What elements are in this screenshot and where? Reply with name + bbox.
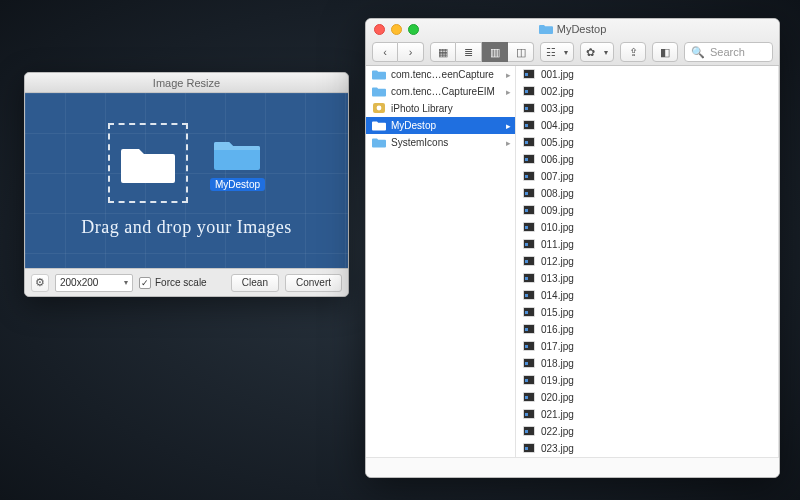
dragged-folder[interactable]: MyDestop (210, 136, 265, 191)
image-resize-toolbar: ⚙ 200x200 ▾ ✓ Force scale Clean Convert (25, 268, 348, 296)
file-row[interactable]: 013.jpg (516, 270, 778, 287)
image-file-icon (522, 357, 536, 371)
tag-icon: ◧ (660, 46, 670, 59)
finder-window: MyDestop ‹ › ▦ ≣ ▥ ◫ ☷ ▾ ✿ ▾ ⇪ (365, 18, 780, 478)
file-name: 009.jpg (541, 205, 574, 216)
column1-item[interactable]: SystemIcons▸ (366, 134, 515, 151)
file-row[interactable]: 016.jpg (516, 321, 778, 338)
convert-button-label: Convert (296, 277, 331, 288)
coverflow-icon: ◫ (516, 46, 526, 59)
file-row[interactable]: 018.jpg (516, 355, 778, 372)
svg-rect-70 (525, 447, 528, 450)
back-button[interactable]: ‹ (372, 42, 398, 62)
file-row[interactable]: 014.jpg (516, 287, 778, 304)
dropzone-caption: Drag and drop your Images (81, 217, 291, 238)
file-row[interactable]: 008.jpg (516, 185, 778, 202)
column1-item[interactable]: MyDestop▸ (366, 117, 515, 134)
file-name: 013.jpg (541, 273, 574, 284)
settings-button[interactable]: ⚙ (31, 274, 49, 292)
column1-item[interactable]: com.tenc…eenCapture▸ (366, 66, 515, 83)
size-select[interactable]: 200x200 ▾ (55, 274, 133, 292)
file-name: 007.jpg (541, 171, 574, 182)
image-resize-title: Image Resize (153, 77, 220, 89)
share-icon: ⇪ (629, 46, 638, 59)
image-resize-window: Image Resize MyDestop Dr (24, 72, 349, 297)
chevron-right-icon: ▸ (506, 70, 511, 80)
file-row[interactable]: 019.jpg (516, 372, 778, 389)
forward-button[interactable]: › (398, 42, 424, 62)
column1-item[interactable]: com.tenc…CaptureEIM▸ (366, 83, 515, 100)
finder-titlebar[interactable]: MyDestop (366, 19, 779, 39)
dropzone[interactable]: MyDestop Drag and drop your Images (25, 93, 348, 268)
column1-item[interactable]: iPhoto Library (366, 100, 515, 117)
file-row[interactable]: 004.jpg (516, 117, 778, 134)
action-menu[interactable]: ✿ ▾ (580, 42, 614, 62)
file-name: 014.jpg (541, 290, 574, 301)
view-columns-button[interactable]: ▥ (482, 42, 508, 62)
svg-rect-16 (525, 141, 528, 144)
force-scale-checkbox[interactable]: ✓ Force scale (139, 277, 207, 289)
file-row[interactable]: 003.jpg (516, 100, 778, 117)
svg-rect-46 (525, 311, 528, 314)
file-row[interactable]: 021.jpg (516, 406, 778, 423)
image-file-icon (522, 187, 536, 201)
view-mode-segment: ▦ ≣ ▥ ◫ (430, 42, 534, 62)
file-name: 023.jpg (541, 443, 574, 454)
image-file-icon (522, 68, 536, 82)
chevron-right-icon: ▸ (506, 121, 511, 131)
file-row[interactable]: 007.jpg (516, 168, 778, 185)
zoom-button[interactable] (408, 24, 419, 35)
svg-rect-4 (525, 73, 528, 76)
image-file-icon (522, 255, 536, 269)
file-row[interactable]: 017.jpg (516, 338, 778, 355)
svg-rect-61 (525, 396, 528, 399)
file-row[interactable]: 023.jpg (516, 440, 778, 457)
share-button[interactable]: ⇪ (620, 42, 646, 62)
file-row[interactable]: 011.jpg (516, 236, 778, 253)
convert-button[interactable]: Convert (285, 274, 342, 292)
arrange-menu[interactable]: ☷ ▾ (540, 42, 574, 62)
folder-icon (214, 162, 260, 174)
close-button[interactable] (374, 24, 385, 35)
view-list-button[interactable]: ≣ (456, 42, 482, 62)
clean-button[interactable]: Clean (231, 274, 279, 292)
svg-rect-40 (525, 277, 528, 280)
view-icons-button[interactable]: ▦ (430, 42, 456, 62)
svg-rect-43 (525, 294, 528, 297)
minimize-button[interactable] (391, 24, 402, 35)
folder-icon (539, 23, 553, 36)
file-row[interactable]: 022.jpg (516, 423, 778, 440)
image-file-icon (522, 408, 536, 422)
chevron-down-icon: ▾ (564, 48, 568, 57)
view-coverflow-button[interactable]: ◫ (508, 42, 534, 62)
file-name: 012.jpg (541, 256, 574, 267)
file-row[interactable]: 020.jpg (516, 389, 778, 406)
chevron-right-icon: ▸ (506, 138, 511, 148)
column-1[interactable]: com.tenc…eenCapture▸com.tenc…CaptureEIM▸… (366, 66, 516, 457)
image-file-icon (522, 442, 536, 456)
search-field[interactable]: 🔍 Search (684, 42, 773, 62)
finder-body: com.tenc…eenCapture▸com.tenc…CaptureEIM▸… (366, 66, 779, 457)
finder-toolbar: ‹ › ▦ ≣ ▥ ◫ ☷ ▾ ✿ ▾ ⇪ ◧ 🔍 Search (366, 39, 779, 65)
file-row[interactable]: 005.jpg (516, 134, 778, 151)
tags-button[interactable]: ◧ (652, 42, 678, 62)
image-resize-titlebar[interactable]: Image Resize (25, 73, 348, 93)
file-name: 004.jpg (541, 120, 574, 131)
file-name: 001.jpg (541, 69, 574, 80)
file-row[interactable]: 001.jpg (516, 66, 778, 83)
file-row[interactable]: 015.jpg (516, 304, 778, 321)
file-row[interactable]: 009.jpg (516, 202, 778, 219)
file-row[interactable]: 006.jpg (516, 151, 778, 168)
svg-rect-28 (525, 209, 528, 212)
image-file-icon (522, 170, 536, 184)
gear-icon: ⚙ (35, 276, 45, 289)
column-2[interactable]: 001.jpg002.jpg003.jpg004.jpg005.jpg006.j… (516, 66, 779, 457)
item-label: com.tenc…CaptureEIM (391, 86, 495, 97)
file-name: 022.jpg (541, 426, 574, 437)
file-row[interactable]: 002.jpg (516, 83, 778, 100)
file-name: 006.jpg (541, 154, 574, 165)
file-name: 018.jpg (541, 358, 574, 369)
arrange-icon: ☷ (546, 46, 556, 59)
file-row[interactable]: 010.jpg (516, 219, 778, 236)
file-row[interactable]: 012.jpg (516, 253, 778, 270)
